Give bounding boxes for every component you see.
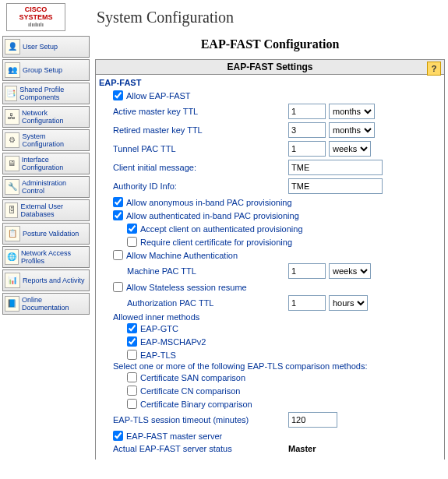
reports-icon: 📊 [5, 273, 20, 288]
session-timeout-label: EAP-TLS session timeout (minutes) [113, 415, 288, 424]
section-header: EAP-FAST Settings ? [95, 59, 445, 75]
sidebar-item-external-db[interactable]: 🗄External User Databases [2, 199, 90, 221]
retired-ttl-input[interactable] [288, 122, 326, 138]
group-icon: 👥 [5, 62, 20, 78]
eap-mschap-label: EAP-MSCHAPv2 [140, 337, 206, 347]
machine-pac-ttl-unit[interactable]: weeks [329, 263, 371, 279]
actual-status-label: Actual EAP-FAST server status [113, 444, 288, 453]
group-heading: EAP-FAST [99, 78, 441, 87]
database-icon: 🗄 [5, 203, 18, 218]
machine-pac-ttl-input[interactable] [288, 263, 326, 279]
sidebar: 👤User Setup 👥Group Setup 📑Shared Profile… [0, 34, 92, 318]
actual-status-value: Master [288, 444, 316, 453]
allow-machine-auth-checkbox[interactable] [113, 250, 123, 260]
cert-bin-label: Certificate Binary comparison [140, 400, 252, 409]
cert-san-checkbox[interactable] [127, 372, 137, 382]
accept-client-auth-label: Accept client on authenticated provision… [140, 224, 303, 234]
allow-auth-pac-checkbox[interactable] [113, 210, 123, 220]
allow-eapfast-label: Allow EAP-FAST [126, 91, 191, 100]
allow-stateless-label: Allow Stateless session resume [126, 283, 247, 292]
cisco-logo: CISCO SYSTEMS ılıılıılı [6, 3, 65, 31]
require-client-cert-label: Require client certificate for provision… [140, 238, 292, 247]
tunnel-pac-ttl-input[interactable] [288, 141, 326, 157]
eap-gtc-checkbox[interactable] [127, 323, 137, 333]
allow-anon-pac-label: Allow anonymous in-band PAC provisioning [126, 198, 292, 207]
sidebar-item-user-setup[interactable]: 👤User Setup [2, 36, 90, 58]
page-title: System Configuration [97, 9, 234, 26]
subpage-title: EAP-FAST Configuration [95, 34, 445, 59]
eap-mschap-checkbox[interactable] [127, 336, 137, 347]
sidebar-item-network-access[interactable]: 🌐Network Access Profiles [2, 246, 90, 268]
machine-pac-ttl-label: Machine PAC TTL [127, 266, 288, 276]
sidebar-item-posture[interactable]: 📋Posture Validation [2, 223, 90, 245]
tunnel-pac-ttl-unit[interactable]: weeks [329, 141, 371, 157]
active-ttl-label: Active master key TTL [113, 107, 288, 116]
docs-icon: 📘 [5, 296, 19, 312]
sidebar-item-reports[interactable]: 📊Reports and Activity [2, 269, 90, 291]
auth-pac-ttl-label: Authorization PAC TTL [127, 298, 288, 308]
retired-ttl-unit[interactable]: months [329, 122, 375, 138]
active-ttl-input[interactable] [288, 104, 326, 119]
cert-bin-checkbox[interactable] [127, 399, 137, 409]
cert-san-label: Certificate SAN comparison [140, 373, 245, 382]
sidebar-item-system-config[interactable]: ⚙System Configuration [2, 129, 90, 151]
help-icon[interactable]: ? [427, 62, 441, 76]
sidebar-item-network-config[interactable]: 🖧Network Configuration [2, 106, 90, 128]
require-client-cert-checkbox[interactable] [127, 237, 137, 247]
user-icon: 👤 [5, 39, 20, 55]
accept-client-auth-checkbox[interactable] [127, 224, 137, 234]
system-icon: ⚙ [5, 132, 19, 148]
cert-cn-label: Certificate CN comparison [140, 386, 240, 396]
master-server-label: EAP-FAST master server [126, 431, 222, 441]
eap-gtc-label: EAP-GTC [140, 324, 178, 333]
sidebar-item-online-docs[interactable]: 📘Online Documentation [2, 293, 90, 315]
sidebar-item-interface-config[interactable]: 🖥Interface Configuration [2, 153, 90, 174]
retired-ttl-label: Retired master key TTL [113, 125, 288, 135]
eaptls-compare-header: Select one or more of the following EAP-… [99, 361, 441, 371]
cert-cn-checkbox[interactable] [127, 386, 137, 396]
tunnel-pac-ttl-label: Tunnel PAC TTL [113, 144, 288, 153]
active-ttl-unit[interactable]: months [329, 104, 375, 119]
session-timeout-input[interactable] [288, 412, 337, 428]
authority-id-label: Authority ID Info: [113, 181, 288, 191]
network-icon: 🖧 [5, 109, 19, 125]
authority-id-input[interactable] [288, 178, 383, 194]
client-initial-input[interactable] [288, 160, 383, 175]
auth-pac-ttl-input[interactable] [288, 295, 326, 311]
client-initial-label: Client initial message: [113, 163, 288, 172]
interface-icon: 🖥 [5, 156, 19, 171]
admin-icon: 🔧 [5, 179, 19, 195]
master-server-checkbox[interactable] [113, 431, 123, 441]
allow-stateless-checkbox[interactable] [113, 282, 123, 292]
sidebar-item-group-setup[interactable]: 👥Group Setup [2, 59, 90, 81]
allow-eapfast-checkbox[interactable] [113, 90, 123, 100]
sidebar-item-shared-profile[interactable]: 📑Shared Profile Components [2, 83, 90, 104]
eap-tls-label: EAP-TLS [140, 350, 176, 360]
posture-icon: 📋 [5, 226, 20, 241]
auth-pac-ttl-unit[interactable]: hours [329, 295, 368, 311]
sidebar-item-admin-control[interactable]: 🔧Administration Control [2, 176, 90, 198]
eap-tls-checkbox[interactable] [127, 350, 137, 360]
access-icon: 🌐 [5, 249, 19, 265]
allow-machine-auth-label: Allow Machine Authentication [126, 251, 238, 260]
allow-anon-pac-checkbox[interactable] [113, 197, 123, 207]
profile-icon: 📑 [5, 86, 17, 101]
allowed-inner-header: Allowed inner methods [99, 312, 441, 322]
allow-auth-pac-label: Allow authenticated in-band PAC provisio… [126, 211, 299, 220]
